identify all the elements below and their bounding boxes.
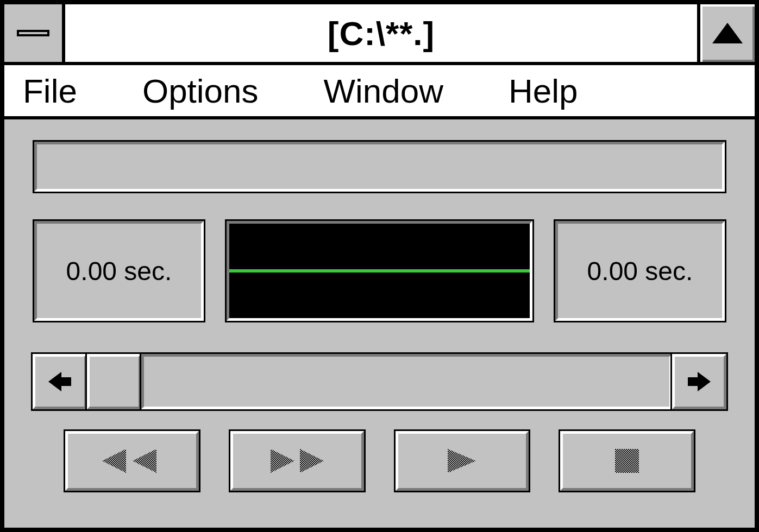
svg-marker-1 [48,372,71,391]
menu-options[interactable]: Options [142,72,259,110]
play-icon [446,449,478,473]
scroll-track[interactable] [141,354,672,409]
system-menu-icon [17,30,49,36]
menu-window[interactable]: Window [324,72,444,110]
display-row: 0.00 sec. 0.00 sec. [33,219,726,322]
svg-marker-2 [688,372,711,391]
stop-button[interactable] [560,431,694,491]
scroll-right-button[interactable] [672,354,726,409]
rewind-button[interactable] [65,431,199,491]
scroll-thumb[interactable] [87,354,141,409]
position-display: 0.00 sec. [34,221,204,321]
svg-marker-7 [133,449,156,461]
svg-marker-15 [448,449,476,473]
svg-marker-5 [102,449,126,461]
svg-marker-11 [271,449,294,473]
svg-rect-18 [615,449,639,473]
menubar: File Options Window Help [4,65,755,119]
length-display: 0.00 sec. [555,221,725,321]
scroll-left-button[interactable] [33,354,87,409]
arrow-right-icon [688,372,711,391]
app-window: [C:\**.] File Options Window Help 0.00 s… [0,0,759,532]
menu-help[interactable]: Help [509,72,578,110]
transport-controls [33,431,726,491]
system-menu-button[interactable] [4,4,65,62]
maximize-button[interactable] [697,4,755,62]
window-title: [C:\**.] [65,4,697,62]
fast-forward-button[interactable] [230,431,364,491]
waveform-display [227,221,532,321]
stop-icon [615,449,639,473]
svg-marker-0 [712,23,743,43]
scrollbar[interactable] [33,354,726,409]
fast-forward-icon [267,449,327,473]
triangle-up-icon [712,23,743,43]
filename-field [34,142,725,192]
svg-marker-8 [133,461,156,473]
play-button[interactable] [396,431,529,491]
svg-marker-6 [102,461,126,473]
length-value: 0.00 sec. [587,256,693,286]
client-area: 0.00 sec. 0.00 sec. [4,119,755,528]
rewind-icon [102,449,162,473]
waveform-line [229,269,530,273]
filename-field-outline [33,140,726,193]
menu-file[interactable]: File [23,72,77,110]
titlebar: [C:\**.] [4,4,755,65]
arrow-left-icon [48,372,71,391]
svg-marker-12 [300,449,324,473]
position-value: 0.00 sec. [66,256,172,286]
